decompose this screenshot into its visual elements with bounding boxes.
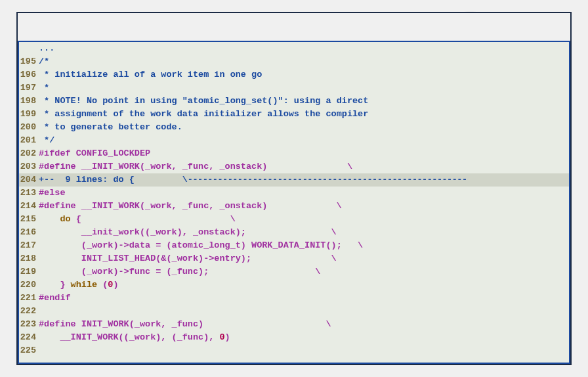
code-line: 198 * NOTE! No point in using "atomic_lo…: [19, 95, 569, 108]
line-content: *: [39, 81, 569, 95]
line-content: #define __INIT_WORK(_work, _func, _onsta…: [39, 200, 569, 213]
line-number: 223: [19, 318, 39, 331]
code-lines: 195/*196 * initialize all of a work item…: [19, 55, 569, 357]
line-content: __init_work((_work), _onstack); \: [39, 226, 569, 239]
line-number: [19, 42, 39, 55]
line-number: 215: [19, 213, 39, 226]
code-line: 202#ifdef CONFIG_LOCKDEP: [19, 147, 569, 160]
line-number: 199: [19, 108, 39, 121]
code-line: 213#else: [19, 187, 569, 200]
code-line: 224 __INIT_WORK((_work), (_func), 0): [19, 331, 569, 344]
line-number: 196: [19, 68, 39, 81]
line-content: INIT_LIST_HEAD(&(_work)->entry); \: [39, 252, 569, 265]
code-line: 222: [19, 305, 569, 318]
code-line: 197 *: [19, 81, 569, 95]
line-content: do { \: [39, 213, 569, 226]
line-content: * to generate better code.: [39, 121, 569, 134]
code-line: 196 * initialize all of a work item in o…: [19, 68, 569, 81]
line-number: 195: [19, 55, 39, 68]
line-number: 197: [19, 81, 39, 95]
line-number: 219: [19, 265, 39, 278]
line-content: * initialize all of a work item in one g…: [39, 68, 569, 81]
code-line: 225: [19, 344, 569, 357]
line-content: #ifdef CONFIG_LOCKDEP: [39, 147, 569, 160]
code-line: 200 * to generate better code.: [19, 121, 569, 134]
line-content: } while (0): [39, 278, 569, 292]
code-line: 217 (_work)->data = (atomic_long_t) WORK…: [19, 239, 569, 252]
line-number: 218: [19, 252, 39, 265]
code-line: 220 } while (0): [19, 278, 569, 292]
line-number: 198: [19, 95, 39, 108]
code-line: 203#define __INIT_WORK(_work, _func, _on…: [19, 160, 569, 173]
line-number: 203: [19, 160, 39, 173]
line-content: /*: [39, 55, 569, 68]
line-content: __INIT_WORK((_work), (_func), 0): [39, 331, 569, 344]
code-line: 199 * assignment of the work data initia…: [19, 108, 569, 121]
line-number: 217: [19, 239, 39, 252]
line-number: 220: [19, 278, 39, 292]
line-content: #endif: [39, 292, 569, 305]
ellipsis: ...: [39, 42, 569, 55]
code-line: 214#define __INIT_WORK(_work, _func, _on…: [19, 200, 569, 213]
line-content: * assignment of the work data initialize…: [39, 108, 569, 121]
line-content: (_work)->data = (atomic_long_t) WORK_DAT…: [39, 239, 569, 252]
line-number: 224: [19, 331, 39, 344]
line-content: * NOTE! No point in using "atomic_long_s…: [39, 95, 569, 108]
line-content: [39, 344, 569, 357]
code-viewer: ... 195/*196 * initialize all of a work …: [18, 41, 570, 364]
line-content: #define __INIT_WORK(_work, _func, _onsta…: [39, 160, 569, 173]
line-content: */: [39, 134, 569, 147]
ellipsis-line: ...: [19, 42, 569, 55]
line-content: #define INIT_WORK(_work, _func) \: [39, 318, 569, 331]
line-content: [39, 305, 569, 318]
line-number: 222: [19, 305, 39, 318]
line-number: 214: [19, 200, 39, 213]
line-number: 225: [19, 344, 39, 357]
code-line: 215 do { \: [19, 213, 569, 226]
line-number: 213: [19, 187, 39, 200]
code-line: 221#endif: [19, 292, 569, 305]
line-number: 216: [19, 226, 39, 239]
line-content: (_work)->func = (_func); \: [39, 265, 569, 278]
line-number: 221: [19, 292, 39, 305]
line-content: +-- 9 lines: do { \---------------------…: [39, 173, 569, 187]
line-number: 201: [19, 134, 39, 147]
code-line: 201 */: [19, 134, 569, 147]
line-number: 200: [19, 121, 39, 134]
code-line: 195/*: [19, 55, 569, 68]
line-content: #else: [39, 187, 569, 200]
code-line: 223#define INIT_WORK(_work, _func) \: [19, 318, 569, 331]
code-line: 219 (_work)->func = (_func); \: [19, 265, 569, 278]
line-number: 204: [19, 173, 39, 187]
line-number: 202: [19, 147, 39, 160]
code-line: 216 __init_work((_work), _onstack); \: [19, 226, 569, 239]
code-line: 218 INIT_LIST_HEAD(&(_work)->entry); \: [19, 252, 569, 265]
code-line[interactable]: 204+-- 9 lines: do { \------------------…: [19, 173, 569, 187]
